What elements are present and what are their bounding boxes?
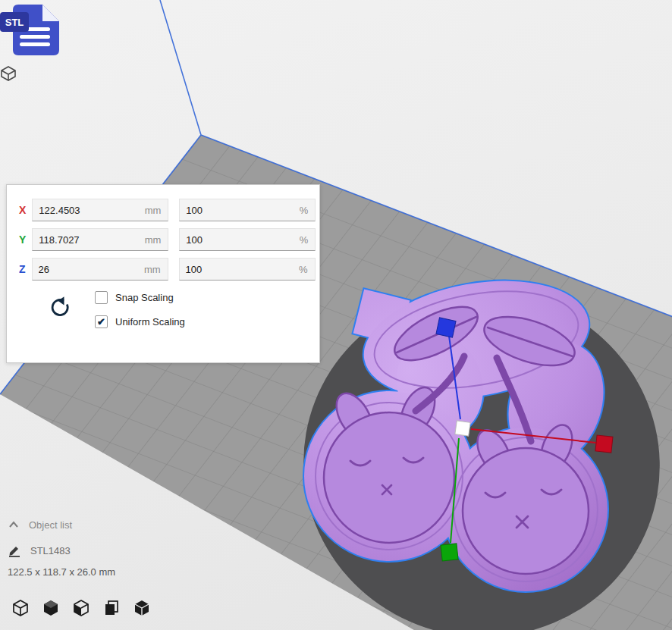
axis-y-label: Y — [19, 234, 26, 246]
chevron-up-icon — [8, 520, 20, 529]
object-list-header[interactable]: Object list — [8, 515, 115, 534]
gizmo-center-handle[interactable] — [455, 421, 470, 436]
object-dimensions: 122.5 x 118.7 x 26.0 mm — [8, 566, 115, 578]
stl-badge: STL — [0, 12, 29, 32]
percent-unit-label: % — [300, 205, 316, 216]
scale-tool-panel: X mm % Y mm % Z mm % — [6, 184, 320, 363]
scale-z-percent-field[interactable]: % — [179, 258, 316, 281]
uniform-scaling-label: Uniform Scaling — [115, 316, 185, 328]
cube-wireframe-icon[interactable] — [11, 598, 30, 618]
mm-unit-label: mm — [145, 234, 168, 246]
scale-z-mm-input[interactable] — [33, 264, 144, 275]
axis-z-label: Z — [19, 263, 26, 275]
object-name: STL1483 — [30, 545, 71, 556]
uniform-scaling-checkbox[interactable]: Uniform Scaling — [95, 315, 185, 328]
cube-face-shaded-icon[interactable] — [71, 598, 91, 618]
bottom-toolbar — [11, 598, 152, 618]
scale-row-x: X mm % — [19, 199, 319, 221]
mm-unit-label: mm — [144, 264, 168, 275]
percent-unit-label: % — [300, 234, 316, 246]
snap-scaling-checkbox-box[interactable] — [95, 291, 108, 304]
package-box-icon[interactable] — [132, 598, 152, 618]
snap-scaling-checkbox[interactable]: Snap Scaling — [95, 291, 185, 304]
cube-icon — [2, 67, 15, 80]
scale-row-y: Y mm % — [19, 228, 319, 251]
uniform-scaling-checkbox-box[interactable] — [95, 315, 108, 328]
snap-scaling-label: Snap Scaling — [115, 292, 174, 303]
object-list-panel: Object list STL1483 122.5 x 118.7 x 26.0… — [8, 515, 115, 578]
duplicate-icon[interactable] — [102, 598, 121, 618]
scale-y-percent-input[interactable] — [180, 234, 299, 246]
scale-z-percent-input[interactable] — [180, 264, 299, 275]
scale-x-mm-field[interactable]: mm — [32, 199, 168, 221]
scale-row-z: Z mm % — [19, 258, 319, 281]
scale-y-percent-field[interactable]: % — [179, 228, 316, 251]
object-list-title: Object list — [29, 519, 72, 531]
svg-text:STL: STL — [5, 17, 24, 28]
gizmo-x-handle[interactable] — [595, 435, 613, 453]
percent-unit-label: % — [299, 264, 315, 275]
gizmo-z-handle[interactable] — [436, 318, 456, 337]
stl-file-icon[interactable]: STL — [0, 0, 72, 87]
mm-unit-label: mm — [145, 205, 168, 216]
axis-x-label: X — [19, 204, 26, 216]
scale-y-mm-input[interactable] — [33, 234, 144, 246]
scale-z-mm-field[interactable]: mm — [32, 258, 168, 281]
scale-x-percent-input[interactable] — [180, 205, 299, 216]
gizmo-y-handle[interactable] — [441, 544, 458, 561]
scale-x-mm-input[interactable] — [33, 205, 144, 216]
reset-scale-button[interactable] — [48, 296, 72, 320]
scale-panel-footer: Snap Scaling Uniform Scaling — [19, 291, 319, 328]
scale-x-percent-field[interactable]: % — [179, 199, 316, 221]
scale-y-mm-field[interactable]: mm — [32, 228, 168, 251]
cube-solid-icon[interactable] — [41, 598, 61, 618]
object-list-item[interactable]: STL1483 — [8, 541, 115, 560]
rename-pencil-icon[interactable] — [8, 544, 21, 557]
